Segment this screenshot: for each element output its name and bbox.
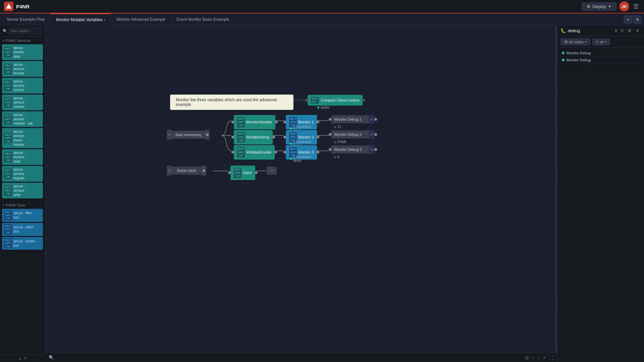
section-label: P4NR Services: [6, 39, 31, 43]
node-tag: MUTOPCUA: [4, 152, 12, 162]
node-tag: MUTOPCUA: [4, 133, 12, 143]
tab-monitor-advanced[interactable]: Monitor Advanced Example: [111, 13, 171, 25]
tab-monitor-mutable[interactable]: Monitor Mutable Variables: [51, 13, 111, 25]
sidebar-scroll-down[interactable]: ▼: [23, 356, 28, 361]
node-tag: MUTOPCUA: [4, 114, 12, 124]
debug-msg-label: Monitor Debug: [567, 51, 591, 55]
status-dot-icon: [290, 128, 292, 130]
zoom-out-icon[interactable]: −: [532, 355, 535, 361]
section-label: P4NR Tools: [6, 203, 25, 207]
monitor1-node[interactable]: MUTOPCUA Monitor 1 1 monitored items: [283, 115, 319, 129]
inject-output-node: [267, 167, 277, 175]
panel-content: Monitor Debug Monitor Debug: [557, 48, 644, 362]
writable-string-node[interactable]: MUTOPCUA WritableString: [231, 130, 275, 144]
panel-divider: [555, 25, 557, 353]
sidebar-section-p4nr-services[interactable]: ▾ P4NR Services: [0, 37, 45, 43]
search-icon[interactable]: 🔍: [49, 355, 54, 360]
inject-node[interactable]: MUTOPCUA Inject: [228, 166, 258, 180]
tab-monitor-mutable-label: Monitor Mutable Variables: [56, 17, 103, 22]
msg-dot-icon: [562, 52, 565, 54]
deploy-label: Deploy: [593, 4, 606, 9]
fullscreen-icon[interactable]: ⛶: [549, 355, 553, 360]
monitor-variable-node[interactable]: MUTOPCUA MonitorVariable: [231, 115, 278, 129]
node-label: opcua -service -method - call: [13, 113, 33, 126]
node-label: opcua -service -write: [13, 184, 26, 197]
status-dot-icon: [290, 158, 292, 160]
node-label: opcua -service -control: [13, 79, 26, 92]
monitor-debug1-node[interactable]: Monitor Debug 1 ≡ 11: [329, 115, 377, 124]
sidebar-item-opcua-alias[interactable]: MUTOPCUA opcua -service -alias: [2, 44, 43, 60]
filter-nodes-input[interactable]: [9, 27, 42, 34]
sidebar-item-opcua-control[interactable]: MUTOPCUA opcua -service -control: [2, 78, 43, 94]
panel-debug-icon: 🐛: [560, 28, 566, 33]
writable-string-label: WritableString: [246, 135, 269, 139]
compact-client-status: active: [317, 106, 329, 109]
monitor-debug2-label: Monitor Debug 2: [334, 132, 362, 136]
canvas-area: Monitor the three variables which are us…: [45, 25, 557, 362]
tab-server-example[interactable]: Server Example Flow: [1, 13, 51, 25]
status-dot-icon: [334, 126, 336, 128]
monitor-debug1-value: 11: [334, 125, 341, 129]
deploy-button[interactable]: ⚙ Deploy ▼: [582, 2, 616, 11]
monitor3-node[interactable]: MUTOPCUA Monitor 3 1 monitored items: [283, 145, 319, 160]
debug-value: 11: [337, 125, 341, 129]
status-label: 1 monitored items: [293, 155, 319, 163]
sidebar-item-opcua-method-call[interactable]: MUTOPCUA opcua -service -method - call: [2, 111, 43, 127]
section-chevron-icon: ▾: [3, 203, 4, 207]
debug2-menu-icon[interactable]: ≡: [368, 130, 375, 139]
comment-text: Monitor the three variables which are us…: [176, 98, 277, 107]
panel-filter-row: ▤ all nodes ▾ ⎘ all ▾: [557, 36, 644, 48]
node-tag: MUTOPCUA: [4, 238, 12, 249]
writable-double-node[interactable]: MUTOPCUA WritableDouble: [231, 145, 277, 160]
tab-server-example-label: Server Example Flow: [7, 17, 45, 22]
panel-close-button[interactable]: ✕: [634, 27, 641, 34]
flow-canvas[interactable]: Monitor the three variables which are us…: [45, 25, 557, 353]
sidebar-item-opcua-model-tool[interactable]: MUTOPCUA opcua - model -tool: [2, 237, 43, 250]
msg-dot-icon: [562, 59, 565, 61]
filter-nodes-button[interactable]: ▤ all nodes ▾: [560, 38, 590, 45]
compact-client-node[interactable]: OPCUA Compact-Client-Control active: [305, 95, 365, 106]
reinit-client-node[interactable]: Reinit client: [167, 166, 206, 176]
panel-action-buttons: ℹ ⎘ ⚙ ✕: [614, 27, 641, 34]
user-avatar[interactable]: JK: [619, 1, 629, 11]
debug-value: 0: [337, 155, 339, 159]
sidebar-item-opcua-event-monitor[interactable]: MUTOPCUA opcua -service -event -monitor: [2, 128, 43, 148]
main-layout: 🔍 ▾ P4NR Services MUTOPCUA opcua -servic…: [0, 25, 644, 362]
panel-settings-button[interactable]: ⚙: [626, 27, 633, 34]
start-monitoring-label: Start monitoring: [175, 133, 201, 137]
sidebar-item-opcua-inject-tool[interactable]: MUTOPCUA opcua - inject -tool: [2, 223, 43, 236]
sidebar-section-p4nr-tools[interactable]: ▾ P4NR Tools: [0, 201, 45, 208]
sidebar-item-opcua-filter-tool[interactable]: MUTOPCUA opcua - filter -tool: [2, 209, 43, 222]
zoom-fit-icon[interactable]: ○: [537, 355, 540, 360]
filter-nodes-label: all nodes: [569, 40, 584, 44]
view-icon[interactable]: ⊞: [525, 355, 529, 360]
panel-info-button[interactable]: ℹ: [614, 27, 618, 34]
start-monitoring-node[interactable]: Start monitoring: [167, 130, 210, 140]
sidebar-item-opcua-register[interactable]: MUTOPCUA opcua -service -register: [2, 166, 43, 182]
debug1-menu-icon[interactable]: ≡: [368, 115, 375, 124]
filter-all-button[interactable]: ⎘ all ▾: [592, 39, 610, 45]
sidebar-item-opcua-browse[interactable]: MUTOPCUA opcua -service -browse: [2, 61, 43, 77]
deploy-arrow-icon: ▼: [608, 5, 611, 8]
monitor-debug2-node[interactable]: Monitor Debug 2 ≡ P4NR: [329, 130, 377, 139]
panel-copy-button[interactable]: ⎘: [620, 27, 625, 34]
add-tab-button[interactable]: +: [624, 15, 632, 23]
debug3-menu-icon[interactable]: ≡: [368, 145, 375, 154]
sidebar-item-opcua-read[interactable]: MUTOPCUA opcua -service -read: [2, 149, 43, 165]
panel-header: 🐛 debug ℹ ⎘ ⚙ ✕: [557, 25, 644, 36]
sidebar-scroll-up[interactable]: ▲: [18, 356, 22, 361]
status-dot-icon: [334, 156, 336, 158]
zoom-in-icon[interactable]: +: [543, 355, 546, 361]
menu-icon[interactable]: ☰: [632, 1, 640, 11]
node-label: opcua - inject -tool: [13, 225, 36, 234]
monitor-debug3-node[interactable]: Monitor Debug 3 ≡ 0: [329, 145, 377, 154]
tab-actions: + ▾: [624, 15, 644, 23]
node-label: opcua -service -browse: [13, 62, 26, 75]
sidebar-item-opcua-monitor[interactable]: MUTOPCUA opcua -service -monitor: [2, 95, 43, 110]
filter-copy-icon: ⎘: [596, 40, 598, 44]
sidebar-item-opcua-write[interactable]: MUTOPCUA opcua -service -write: [2, 183, 43, 198]
monitor-variable-label: MonitorVariable: [246, 120, 272, 124]
monitor2-node[interactable]: MUTOPCUA Monitor 2 1 monitored items: [283, 130, 319, 144]
tab-event-monitor[interactable]: Event Monitor Basic Example: [171, 13, 235, 25]
tab-menu-button[interactable]: ▾: [633, 15, 641, 23]
